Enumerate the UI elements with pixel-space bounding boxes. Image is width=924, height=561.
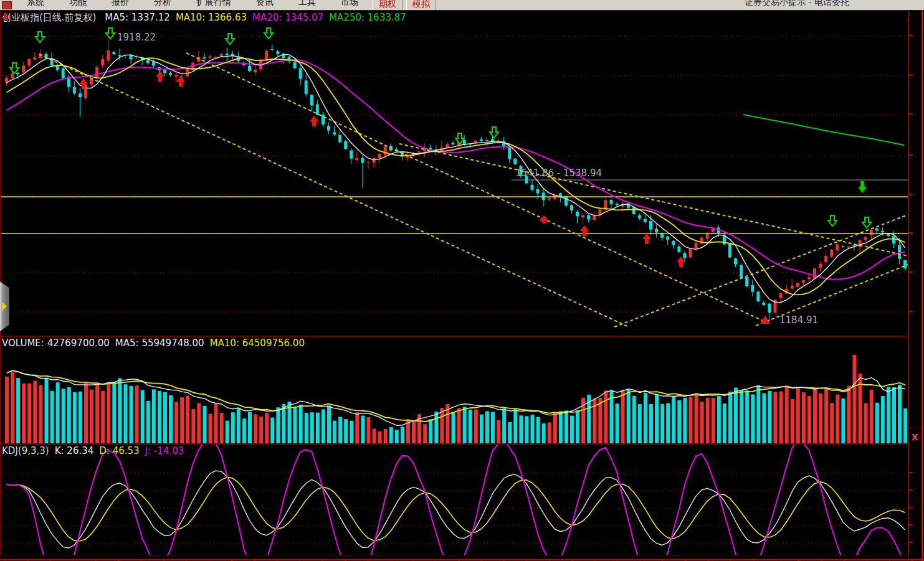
kdj-gridlines (1, 473, 908, 543)
menu-hot-item-2[interactable]: 模拟 (406, 0, 436, 11)
ma-label-2: MA10: 1366.63 (176, 12, 247, 23)
sell-signal-arrow-icon (828, 215, 837, 226)
menubar-right-text: 证券交易小提示 - 电话委托 (745, 0, 849, 8)
main-title-row: 创业板指(日线.前复权) MA5: 1337.12MA10: 1366.63MA… (2, 12, 417, 24)
indicator-close-button[interactable]: X (912, 432, 918, 442)
buy-signal-arrow-icon (580, 225, 589, 236)
sell-signal-arrow-icon (264, 28, 273, 39)
red-diamond-marker-icon (540, 215, 548, 224)
menu-item-8[interactable]: 市场 (328, 0, 371, 8)
signal-arrows (10, 28, 871, 324)
menu-item-5[interactable]: 扩展行情 (184, 0, 244, 8)
menu-item-1[interactable]: 系统 (14, 0, 57, 8)
price-label: 1184.91 (779, 314, 818, 326)
menu-hot-items: 期权模拟 (371, 0, 438, 11)
menu-item-4[interactable]: 分析 (141, 0, 184, 8)
chart-title: 创业板指(日线.前复权) (2, 12, 96, 23)
ma10-line (7, 58, 905, 295)
up-arrow-icon (2, 12, 9, 21)
ma250-line (743, 115, 904, 145)
kdj-chart (1, 445, 908, 555)
main-gridlines (1, 36, 908, 312)
volume-pane: VOLUME: 42769700.00MA5: 55949748.00MA10:… (0, 336, 909, 444)
volume-chart (1, 337, 908, 443)
kdj-j-line (7, 445, 905, 555)
down-marker-arrow-icon (858, 181, 867, 193)
kdj-value-labels: KDJ(9,3,3)K: 26.34D: 46.53J: -14.03 (2, 445, 189, 456)
kdj-title-row: KDJ(9,3,3)K: 26.34D: 46.53J: -14.03 (2, 445, 195, 456)
price-label: 1541.86 - 1538.94 (515, 167, 602, 179)
sell-signal-arrow-icon (226, 34, 234, 44)
buy-signal-arrow-icon (642, 233, 651, 244)
kdj-label-3: D: 46.53 (99, 445, 139, 456)
menu-item-2[interactable]: 功能 (57, 0, 99, 8)
candlestick-chart: 1918.221541.86 - 1538.941184.91 (1, 11, 908, 336)
kdj-label-2: K: 26.34 (55, 445, 94, 456)
volume-label-2: MA5: 55949748.00 (115, 337, 204, 349)
menu-row: 系统功能报价分析扩展行情资讯工具市场 期权模拟 证券交易小提示 - 电话委托 (0, 0, 924, 11)
kdj-label-1: KDJ(9,3,3) (2, 445, 49, 456)
volume-label-1: VOLUME: 42769700.00 (2, 337, 110, 349)
sidebar-expand-tab[interactable] (0, 281, 9, 331)
menu-hot-item-1[interactable]: 期权 (373, 0, 402, 11)
trading-terminal: 系统功能报价分析扩展行情资讯工具市场 期权模拟 证券交易小提示 - 电话委托 1… (0, 0, 924, 561)
sell-signal-arrow-icon (106, 28, 115, 39)
date-axis[interactable]: 45678910112010 (0, 555, 924, 561)
ma-label-1: MA5: 1337.12 (105, 12, 170, 23)
buy-signal-arrow-icon (156, 71, 164, 82)
menu-items: 系统功能报价分析扩展行情资讯工具市场 (14, 0, 371, 8)
sell-signal-arrow-icon (862, 217, 871, 228)
ma-value-labels: MA5: 1337.12MA10: 1366.63MA20: 1345.07MA… (105, 12, 412, 23)
price-axis-strip (908, 11, 922, 555)
volume-label-3: MA10: 64509756.00 (210, 337, 305, 349)
kdj-pane: KDJ(9,3,3)K: 26.34D: 46.53J: -14.03 (0, 444, 909, 555)
menu-bar: 系统功能报价分析扩展行情资讯工具市场 期权模拟 证券交易小提示 - 电话委托 (0, 0, 924, 11)
menu-item-6[interactable]: 资讯 (244, 0, 286, 8)
expand-arrow-icon (2, 302, 7, 311)
volume-bars (5, 355, 907, 443)
menu-item-3[interactable]: 报价 (99, 0, 141, 8)
menu-item-7[interactable]: 工具 (286, 0, 328, 8)
buy-signal-arrow-icon (176, 76, 185, 87)
yellow-hlines (1, 197, 908, 233)
ma20-line (7, 60, 905, 280)
sell-signal-arrow-icon (490, 127, 498, 138)
sell-signal-arrow-icon (10, 63, 19, 73)
volume-title-row: VOLUME: 42769700.00MA5: 55949748.00MA10:… (2, 337, 316, 349)
app-logo-icon[interactable] (2, 1, 12, 9)
price-label: 1918.22 (117, 32, 156, 43)
buy-signal-arrow-icon (310, 116, 318, 126)
main-chart-pane: 1918.221541.86 - 1538.941184.91 创业板指(日线.… (0, 11, 909, 336)
ma-label-4: MA250: 1633.87 (329, 12, 406, 23)
kdj-label-4: J: -14.03 (145, 445, 184, 456)
ma-label-3: MA20: 1345.07 (252, 12, 323, 23)
volume-value-labels: VOLUME: 42769700.00MA5: 55949748.00MA10:… (2, 337, 310, 349)
sell-signal-arrow-icon (36, 32, 44, 42)
buy-signal-arrow-icon (677, 257, 685, 267)
corner-icons-svg (903, 16, 909, 27)
